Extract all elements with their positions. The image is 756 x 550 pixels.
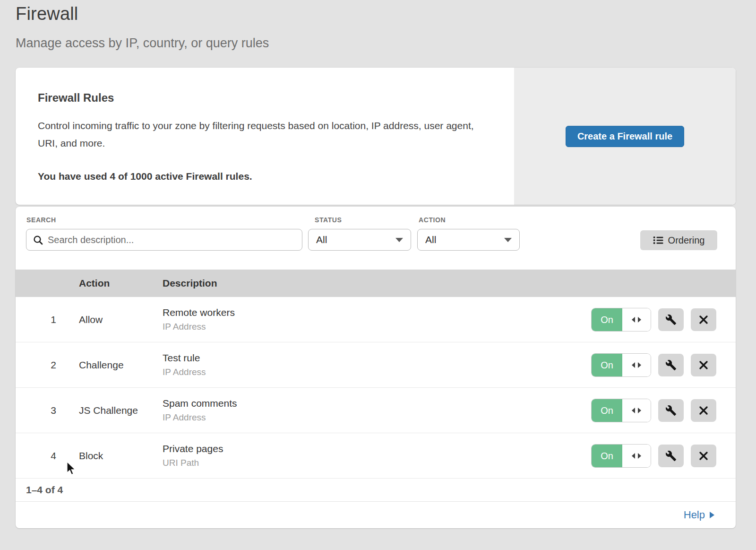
rule-action: Block: [79, 433, 103, 478]
help-row: Help: [16, 502, 736, 528]
delete-rule-button[interactable]: [691, 399, 716, 422]
edit-rule-button[interactable]: [658, 399, 684, 422]
edit-rule-button[interactable]: [658, 445, 684, 467]
overview-card-content: Firewall Rules Control incoming traffic …: [16, 68, 514, 205]
rule-description: Spam comments: [163, 398, 237, 409]
close-icon: [699, 360, 708, 370]
rule-action: Challenge: [79, 342, 124, 387]
pagination-row: 1–4 of 4: [16, 479, 736, 502]
toggle-on-label: On: [592, 354, 622, 376]
rule-priority-number: 4: [44, 433, 63, 478]
left-right-arrows-icon: [631, 453, 642, 459]
delete-rule-button[interactable]: [691, 354, 716, 376]
search-box[interactable]: [26, 229, 302, 251]
search-label: SEARCH: [26, 216, 56, 224]
left-right-arrows-icon: [631, 316, 642, 323]
table-row: 2 Challenge Test rule IP Address On: [16, 342, 736, 388]
rule-priority-number: 2: [44, 342, 63, 387]
rule-match-type: URI Path: [163, 458, 223, 468]
rule-description: Test rule: [163, 352, 206, 364]
table-header: Action Description: [16, 270, 736, 297]
action-select[interactable]: All: [417, 229, 520, 251]
create-firewall-rule-button[interactable]: Create a Firewall rule: [566, 126, 684, 147]
edit-rule-button[interactable]: [658, 308, 684, 331]
page-title: Firewall: [16, 4, 269, 24]
usage-summary: You have used 4 of 1000 active Firewall …: [38, 171, 514, 182]
rule-action: Allow: [79, 297, 103, 342]
search-icon: [33, 235, 43, 245]
column-header-description: Description: [163, 278, 217, 289]
rule-description-cell: Test rule IP Address: [163, 342, 206, 387]
pagination-text: 1–4 of 4: [26, 484, 63, 496]
status-label: STATUS: [315, 216, 342, 224]
close-icon: [699, 315, 708, 324]
overview-description: Control incoming traffic to your zone by…: [38, 117, 486, 152]
table-row: 4 Block Private pages URI Path On: [16, 433, 736, 479]
page-subtitle: Manage access by IP, country, or query r…: [16, 36, 269, 51]
search-input[interactable]: [48, 235, 295, 245]
chevron-down-icon: [395, 238, 403, 242]
wrench-icon: [665, 314, 677, 325]
chevron-down-icon: [504, 238, 512, 242]
help-link[interactable]: Help: [684, 509, 714, 521]
toggle-on-label: On: [592, 308, 622, 331]
rule-match-type: IP Address: [163, 412, 237, 423]
wrench-icon: [665, 405, 677, 416]
ordering-button[interactable]: Ordering: [640, 230, 717, 250]
help-arrow-icon: [710, 512, 714, 518]
delete-rule-button[interactable]: [691, 308, 716, 331]
rule-enabled-toggle[interactable]: On: [592, 354, 651, 376]
close-icon: [699, 406, 708, 415]
table-row: 1 Allow Remote workers IP Address On: [16, 297, 736, 342]
rule-enabled-toggle[interactable]: On: [592, 445, 651, 467]
filters-bar: SEARCH STATUS All ACTION All Ordering: [16, 207, 736, 270]
left-right-arrows-icon: [631, 407, 642, 414]
toggle-on-label: On: [592, 399, 622, 422]
rule-priority-number: 3: [44, 388, 63, 433]
action-select-value: All: [425, 234, 436, 245]
toggle-on-label: On: [592, 445, 622, 467]
status-select[interactable]: All: [308, 229, 411, 251]
rule-description-cell: Private pages URI Path: [163, 433, 223, 478]
close-icon: [699, 451, 708, 461]
list-icon: [653, 236, 663, 245]
rule-description: Remote workers: [163, 307, 235, 318]
overview-card: Firewall Rules Control incoming traffic …: [16, 68, 736, 205]
action-label: ACTION: [419, 216, 446, 224]
rule-description-cell: Remote workers IP Address: [163, 297, 235, 342]
rule-priority-number: 1: [44, 297, 63, 342]
ordering-button-label: Ordering: [668, 235, 705, 246]
rule-description-cell: Spam comments IP Address: [163, 388, 237, 433]
help-link-label: Help: [684, 509, 705, 521]
overview-heading: Firewall Rules: [38, 91, 514, 105]
rule-description: Private pages: [163, 443, 223, 454]
page-header: Firewall Manage access by IP, country, o…: [16, 4, 269, 51]
rule-enabled-toggle[interactable]: On: [592, 399, 651, 422]
rule-match-type: IP Address: [163, 367, 206, 377]
toggle-handle[interactable]: [622, 399, 651, 422]
rules-card: SEARCH STATUS All ACTION All Ordering: [16, 207, 736, 528]
toggle-handle[interactable]: [622, 445, 651, 467]
toggle-handle[interactable]: [622, 354, 651, 376]
column-header-action: Action: [79, 278, 110, 289]
rule-action: JS Challenge: [79, 388, 138, 433]
rule-enabled-toggle[interactable]: On: [592, 308, 651, 331]
toggle-handle[interactable]: [622, 308, 651, 331]
left-right-arrows-icon: [631, 362, 642, 368]
wrench-icon: [665, 450, 677, 462]
delete-rule-button[interactable]: [691, 445, 716, 467]
status-select-value: All: [316, 234, 327, 245]
rule-match-type: IP Address: [163, 322, 235, 332]
overview-card-side-panel: Create a Firewall rule: [514, 68, 736, 205]
table-body: 1 Allow Remote workers IP Address On: [16, 297, 736, 479]
wrench-icon: [665, 359, 677, 371]
edit-rule-button[interactable]: [658, 354, 684, 376]
table-row: 3 JS Challenge Spam comments IP Address …: [16, 388, 736, 433]
